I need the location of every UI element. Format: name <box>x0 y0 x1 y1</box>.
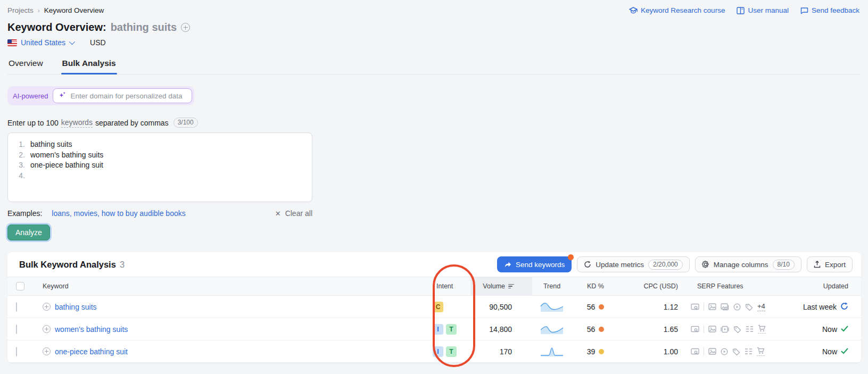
add-keyword-icon[interactable] <box>181 23 190 32</box>
keyword-counter: 3/100 <box>173 118 198 128</box>
country-selector[interactable]: United States <box>21 38 65 47</box>
shopping-ads-icon[interactable] <box>757 347 765 356</box>
tag-icon[interactable] <box>745 303 753 311</box>
export-icon <box>814 261 821 268</box>
topbar: Projects › Keyword Overview Keyword Rese… <box>7 6 859 14</box>
page-title-keyword: bathing suits <box>111 21 177 34</box>
add-to-list-icon[interactable] <box>43 347 51 355</box>
image-icon[interactable] <box>708 326 716 333</box>
card-actions: Send keywords Update metrics 2/20,000 Ma… <box>497 256 853 272</box>
image-icon[interactable] <box>708 348 716 355</box>
cpc-value: 1.12 <box>619 303 678 311</box>
keyword-line: 4. <box>15 171 304 181</box>
video-carousel-icon[interactable] <box>721 326 729 333</box>
trend-sparkline <box>532 324 572 335</box>
update-metrics-button[interactable]: Update metrics 2/20,000 <box>577 256 690 272</box>
intent-badge-informational[interactable]: I <box>433 346 443 357</box>
tab-overview[interactable]: Overview <box>7 55 44 74</box>
tag-icon[interactable] <box>733 326 741 333</box>
keyword-line: 1. bathing suits <box>15 139 304 150</box>
serp-preview-icon[interactable] <box>691 303 699 311</box>
row-checkbox[interactable] <box>16 325 17 334</box>
serp-preview-icon[interactable] <box>691 348 699 355</box>
keyword-research-course-link[interactable]: Keyword Research course <box>629 6 725 14</box>
image-pack-icon[interactable] <box>721 303 729 311</box>
send-feedback-link[interactable]: Send feedback <box>800 6 859 14</box>
tab-bulk-analysis[interactable]: Bulk Analysis <box>61 55 117 74</box>
graduation-cap-icon <box>629 7 638 14</box>
domain-input-wrap <box>53 88 192 103</box>
keyword-line: 3. one-piece bathing suit <box>15 160 304 171</box>
entry-label: Enter up to 100 keywords separated by co… <box>7 118 859 128</box>
examples-link[interactable]: loans, movies, how to buy audible books <box>52 209 185 218</box>
examples-row: Examples: loans, movies, how to buy audi… <box>7 209 312 218</box>
cpc-value: 1.65 <box>619 325 678 334</box>
col-kd[interactable]: KD % <box>572 282 619 290</box>
col-cpc[interactable]: CPC (USD) <box>619 282 678 290</box>
kd-value: 56 <box>587 325 596 334</box>
add-to-list-icon[interactable] <box>43 303 51 311</box>
col-serp-features[interactable]: SERP Features <box>678 282 770 290</box>
video-icon[interactable] <box>733 303 741 311</box>
share-arrow-icon <box>504 261 511 268</box>
user-manual-link[interactable]: User manual <box>737 6 789 14</box>
line-text: one-piece bathing suit <box>30 160 103 171</box>
keyword-link[interactable]: bathing suits <box>55 303 97 311</box>
intent-badge-informational[interactable]: I <box>433 324 443 335</box>
manage-columns-button[interactable]: Manage columns 8/10 <box>695 256 801 272</box>
intent-badge-commercial[interactable]: C <box>433 302 443 312</box>
send-keywords-button[interactable]: Send keywords <box>497 256 572 272</box>
volume-value: 14,800 <box>470 325 532 334</box>
manage-columns-counter: 8/10 <box>773 260 795 270</box>
col-volume[interactable]: Volume <box>470 277 532 295</box>
sitelinks-icon[interactable] <box>745 348 753 355</box>
col-trend[interactable]: Trend <box>532 282 572 290</box>
keywords-term[interactable]: keywords <box>61 118 93 128</box>
card-count: 3 <box>120 260 125 270</box>
currency-label: USD <box>90 38 106 47</box>
intent-badge-transactional[interactable]: T <box>446 346 457 357</box>
row-checkbox[interactable] <box>16 302 17 312</box>
video-icon[interactable] <box>721 348 728 355</box>
col-keyword[interactable]: Keyword <box>32 282 427 290</box>
chevron-down-icon[interactable] <box>69 39 75 45</box>
add-to-list-icon[interactable] <box>43 325 51 333</box>
keywords-textarea[interactable]: 1. bathing suits 2. women's bathing suit… <box>7 132 312 202</box>
row-checkbox[interactable] <box>16 347 17 356</box>
clear-all-button[interactable]: ✕ Clear all <box>275 209 312 218</box>
divider <box>704 347 704 355</box>
check-icon <box>841 347 848 356</box>
line-text: women's bathing suits <box>30 150 103 161</box>
page-title: Keyword Overview: <box>7 21 106 34</box>
tag-icon[interactable] <box>732 348 740 355</box>
col-updated[interactable]: Updated <box>770 282 861 290</box>
entry-label-suffix: separated by commas <box>95 119 169 127</box>
intent-badge-transactional[interactable]: T <box>446 324 457 335</box>
top-links: Keyword Research course User manual Send… <box>629 6 859 14</box>
sitelinks-icon[interactable] <box>746 326 754 333</box>
updated-value: Now <box>822 325 837 334</box>
sparkle-icon <box>59 91 67 101</box>
col-intent[interactable]: Intent <box>427 282 470 290</box>
shopping-ads-icon[interactable] <box>758 325 766 334</box>
divider <box>704 325 704 333</box>
keyword-link[interactable]: one-piece bathing suit <box>55 347 128 356</box>
keyword-link[interactable]: women's bathing suits <box>55 325 128 334</box>
refresh-now-icon[interactable] <box>840 302 848 312</box>
analyze-button[interactable]: Analyze <box>7 225 50 240</box>
bulk-analysis-card: Bulk Keyword Analysis 3 Send keywords Up… <box>7 252 861 363</box>
ai-domain-widget: AI-powered <box>7 86 194 105</box>
cpc-value: 1.00 <box>619 347 678 356</box>
volume-value: 170 <box>470 347 532 356</box>
breadcrumb-chevron-icon: › <box>38 7 40 14</box>
serp-features: +4 <box>678 302 770 311</box>
select-all-checkbox[interactable] <box>16 282 24 290</box>
domain-input[interactable] <box>70 92 186 100</box>
image-icon[interactable] <box>708 303 716 310</box>
serp-preview-icon[interactable] <box>691 326 699 333</box>
serp-more-features[interactable]: +4 <box>757 302 765 311</box>
table-row: women's bathing suits I T 14,800 56 1.65 <box>7 318 861 340</box>
export-button[interactable]: Export <box>807 256 853 272</box>
updated-value: Now <box>822 347 837 356</box>
breadcrumb-projects[interactable]: Projects <box>7 6 34 14</box>
